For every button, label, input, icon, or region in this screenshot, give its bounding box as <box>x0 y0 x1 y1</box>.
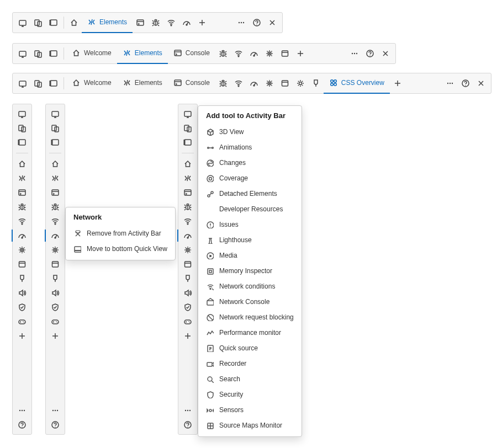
dock-icon[interactable] <box>46 76 61 91</box>
add-tab-button[interactable] <box>293 46 308 61</box>
inspect-icon[interactable] <box>15 15 30 30</box>
wifi-icon[interactable] <box>163 15 179 30</box>
app-icon[interactable] <box>277 46 293 61</box>
sound-icon[interactable] <box>14 286 30 300</box>
dock-icon[interactable] <box>14 135 30 150</box>
bug-icon[interactable] <box>215 46 231 61</box>
tab-elements[interactable]: Elements <box>117 73 168 94</box>
bug-icon[interactable] <box>215 76 231 91</box>
plus-icon[interactable] <box>180 329 195 343</box>
perf-icon[interactable] <box>179 15 194 30</box>
tab-elements[interactable]: Elements <box>117 43 168 64</box>
help-button[interactable] <box>362 46 378 61</box>
inspect-icon[interactable] <box>14 106 30 121</box>
help-button[interactable] <box>458 76 473 91</box>
menu-item-detached-elements[interactable]: Detached Elements <box>198 186 302 201</box>
menu-item-changes[interactable]: Changes <box>198 155 302 170</box>
more-icon[interactable] <box>47 403 63 418</box>
gear-icon[interactable] <box>14 243 30 257</box>
tab-elements[interactable]: Elements <box>82 12 133 33</box>
add-tab-button[interactable] <box>194 15 210 30</box>
help-button[interactable] <box>249 15 265 30</box>
perf_active-icon[interactable] <box>47 228 63 243</box>
menu-item-issues[interactable]: Issues <box>198 217 302 232</box>
close-button[interactable] <box>378 46 393 61</box>
close-button[interactable] <box>265 15 280 30</box>
tab-console[interactable]: Console <box>168 73 215 94</box>
elements-icon[interactable] <box>47 171 63 185</box>
menu-item-search[interactable]: Search <box>198 371 302 387</box>
menu-item-sensors[interactable]: Sensors <box>198 402 302 418</box>
wifi-icon[interactable] <box>231 46 246 61</box>
inspect-icon[interactable] <box>47 106 63 121</box>
gear-icon[interactable] <box>47 243 63 257</box>
gear2-icon[interactable] <box>293 76 308 91</box>
menu-item-security[interactable]: Security <box>198 387 302 402</box>
close-button[interactable] <box>473 76 489 91</box>
app-icon[interactable] <box>180 257 195 271</box>
device-icon[interactable] <box>30 46 46 61</box>
menu-item-media[interactable]: Media <box>198 248 302 263</box>
elements-icon[interactable] <box>14 171 30 185</box>
home-icon[interactable] <box>14 157 30 171</box>
console-icon[interactable] <box>180 185 195 200</box>
device-icon[interactable] <box>47 121 63 135</box>
menu-item-coverage[interactable]: Coverage <box>198 170 302 186</box>
device-icon[interactable] <box>14 121 30 135</box>
gear-icon[interactable] <box>262 76 277 91</box>
menu-item-network-request-blocking[interactable]: Network request blocking <box>198 310 302 325</box>
tab-welcome[interactable]: Welcome <box>66 43 117 64</box>
app-icon[interactable] <box>47 257 63 271</box>
home-icon[interactable] <box>47 157 63 171</box>
console-icon[interactable] <box>133 15 148 30</box>
gear-icon[interactable] <box>180 243 195 257</box>
paint-icon[interactable] <box>308 76 324 91</box>
paint-icon[interactable] <box>14 271 30 286</box>
more-icon[interactable] <box>14 403 30 418</box>
menu-item-developer-resources[interactable]: Developer Resources <box>198 201 302 217</box>
perf_active-icon[interactable] <box>14 228 30 243</box>
menu-item-quick-source[interactable]: Quick source <box>198 340 302 356</box>
shield-icon[interactable] <box>14 300 30 314</box>
plus-icon[interactable] <box>14 329 30 343</box>
more-icon[interactable] <box>180 403 195 418</box>
bug-icon[interactable] <box>14 200 30 214</box>
menu-item-recorder[interactable]: Recorder <box>198 356 302 371</box>
perf-icon[interactable] <box>246 46 262 61</box>
bug-icon[interactable] <box>47 200 63 214</box>
dock-icon[interactable] <box>46 46 61 61</box>
more-button[interactable] <box>347 46 362 61</box>
menu-item-3d-view[interactable]: 3D View <box>198 124 302 140</box>
dock-icon[interactable] <box>180 135 195 150</box>
shield-icon[interactable] <box>47 300 63 314</box>
paint-icon[interactable] <box>180 271 195 286</box>
home-button[interactable] <box>66 15 82 30</box>
tab-console[interactable]: Console <box>168 43 215 64</box>
controller-icon[interactable] <box>180 314 195 329</box>
more-button[interactable] <box>234 15 249 30</box>
inspect-icon[interactable] <box>15 76 30 91</box>
wifi-icon[interactable] <box>47 214 63 228</box>
help-icon[interactable] <box>180 418 195 432</box>
controller-icon[interactable] <box>14 314 30 329</box>
help-icon[interactable] <box>14 418 30 432</box>
menu-item-network-console[interactable]: Network Console <box>198 294 302 310</box>
bug-icon[interactable] <box>180 200 195 214</box>
tab-css-overview[interactable]: CSS Overview <box>324 73 390 94</box>
menu-item-performance-monitor[interactable]: Performance monitor <box>198 325 302 340</box>
help-icon[interactable] <box>47 418 63 432</box>
gear-icon[interactable] <box>262 46 277 61</box>
sound-icon[interactable] <box>47 286 63 300</box>
menu-item-remove-from-activity-bar[interactable]: Remove from Activity Bar <box>66 226 175 241</box>
menu-item-animations[interactable]: Animations <box>198 140 302 155</box>
console-icon[interactable] <box>14 185 30 200</box>
app-icon[interactable] <box>277 76 293 91</box>
menu-item-move-to-bottom[interactable]: Move to bottom Quick View <box>66 241 175 257</box>
menu-item-memory-inspector[interactable]: Memory Inspector <box>198 263 302 279</box>
inspect-icon[interactable] <box>15 46 30 61</box>
plus-icon[interactable] <box>47 329 63 343</box>
menu-item-network-conditions[interactable]: Network conditions <box>198 279 302 294</box>
device-icon[interactable] <box>30 76 46 91</box>
more-button[interactable] <box>442 76 458 91</box>
device-icon[interactable] <box>30 15 46 30</box>
